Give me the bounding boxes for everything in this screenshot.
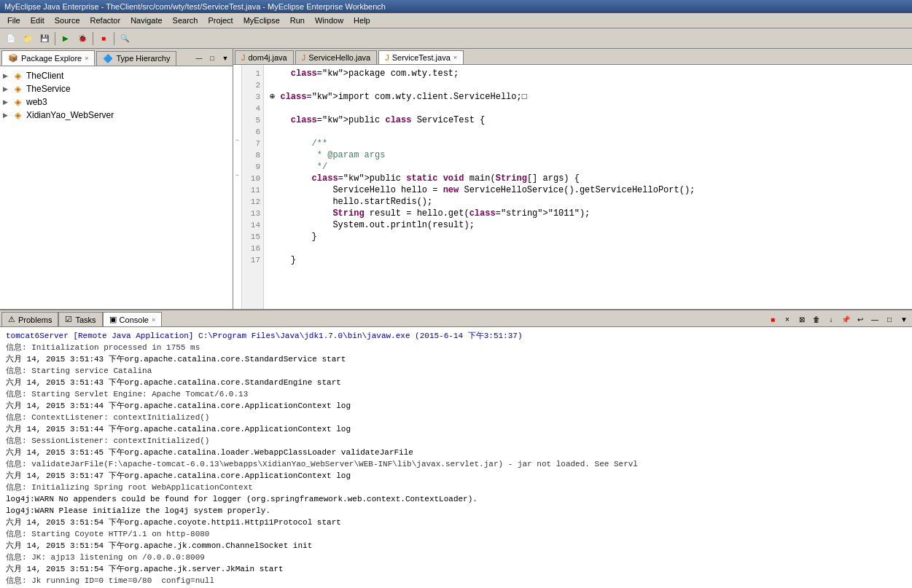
code-content[interactable]: class="kw">package com.wty.test;⊕ class=… — [264, 65, 912, 309]
left-panel: 📦 Package Explore × 🔷 Type Hierarchy — □… — [0, 49, 233, 309]
code-line[interactable]: ServiceHello hello = new ServiceHelloSer… — [270, 184, 906, 196]
code-line[interactable]: hello.startRedis(); — [270, 196, 906, 208]
gutter-line — [233, 65, 241, 77]
code-line[interactable]: class="kw">public static void main(Strin… — [270, 173, 906, 184]
menu-edit[interactable]: Edit — [26, 15, 49, 26]
toolbar-btn-save[interactable]: 💾 — [36, 31, 52, 47]
gutter-line[interactable]: − — [233, 170, 241, 181]
tab-servicehello[interactable]: J ServiceHello.java — [295, 50, 377, 64]
console-stop-btn[interactable]: ■ — [766, 313, 779, 326]
tab-type-hierarchy[interactable]: 🔷 Type Hierarchy — [96, 51, 176, 66]
gutter-line — [233, 216, 241, 228]
toolbar-btn-open[interactable]: 📁 — [20, 31, 36, 47]
menu-window[interactable]: Window — [311, 15, 348, 26]
console-line: 六月 14, 2015 3:51:54 下午org.apache.jk.comm… — [6, 540, 906, 552]
content-area: 📦 Package Explore × 🔷 Type Hierarchy — □… — [0, 49, 912, 309]
code-line[interactable]: String result = hello.get(class="string"… — [270, 208, 906, 219]
sh-label: ServiceHello.java — [308, 53, 370, 62]
toolbar-btn-run[interactable]: ▶ — [58, 31, 74, 47]
code-line[interactable]: class="kw">public class ServiceTest { — [270, 114, 906, 126]
console-content[interactable]: tomcat6Server [Remote Java Application] … — [0, 327, 912, 588]
code-line[interactable]: * @param args — [270, 149, 906, 161]
toolbar-btn-stop[interactable]: ■ — [96, 31, 112, 47]
code-line[interactable] — [270, 79, 906, 91]
console-icon: ▣ — [109, 315, 117, 324]
tab-dom4j[interactable]: J dom4j.java — [235, 50, 294, 64]
menu-source[interactable]: Source — [50, 15, 85, 26]
console-line: 信息: Starting service Catalina — [6, 365, 906, 377]
console-header-line: tomcat6Server [Remote Java Application] … — [6, 330, 906, 342]
tree-label: TheClient — [26, 71, 63, 81]
line-number: 17 — [245, 254, 260, 266]
code-line[interactable] — [270, 243, 906, 254]
tab-console[interactable]: ▣ Console × — [103, 312, 163, 326]
console-minimize-btn[interactable]: — — [868, 313, 881, 326]
tree-item-theservice[interactable]: ▶ ◈ TheService — [0, 82, 233, 95]
code-line[interactable] — [270, 103, 906, 114]
code-line[interactable]: class="kw">package com.wty.test; — [270, 68, 906, 79]
console-scroll-btn[interactable]: ↓ — [825, 313, 838, 326]
st-close[interactable]: × — [453, 54, 457, 61]
toolbar-sep-3 — [114, 32, 114, 45]
toolbar-btn-debug[interactable]: 🐞 — [74, 31, 90, 47]
tree-item-theclient[interactable]: ▶ ◈ TheClient — [0, 69, 233, 82]
tab-problems[interactable]: ⚠ Problems — [1, 312, 58, 326]
menu-search[interactable]: Search — [168, 15, 203, 26]
line-number: 3 — [245, 91, 260, 103]
console-close-btn[interactable]: × — [781, 313, 794, 326]
code-line[interactable]: System.out.println(result); — [270, 219, 906, 231]
minimize-left-btn[interactable]: — — [193, 52, 205, 64]
line-number: 9 — [245, 161, 260, 173]
console-close[interactable]: × — [152, 316, 155, 324]
sh-icon: J — [302, 53, 306, 62]
menu-run[interactable]: Run — [286, 15, 309, 26]
code-line[interactable]: */ — [270, 161, 906, 173]
line-numbers: 1234567891011121314151617 — [242, 65, 264, 309]
console-maximize-btn[interactable]: □ — [883, 313, 896, 326]
st-label: ServiceTest.java — [392, 53, 451, 62]
console-menu-btn[interactable]: ▼ — [897, 313, 911, 326]
console-terminate-btn[interactable]: ⊠ — [795, 313, 808, 326]
menu-help[interactable]: Help — [349, 15, 375, 26]
line-number: 6 — [245, 126, 260, 138]
left-menu-btn[interactable]: ▼ — [219, 52, 231, 64]
pkg-close[interactable]: × — [85, 55, 88, 62]
title-text: MyEclipse Java Enterprise - TheClient/sr… — [4, 2, 386, 11]
tab-package-explorer[interactable]: 📦 Package Explore × — [1, 50, 95, 66]
toolbar-btn-search[interactable]: 🔍 — [117, 31, 133, 47]
code-line[interactable]: } — [270, 231, 906, 243]
dom4j-icon: J — [241, 53, 246, 62]
console-pin-btn[interactable]: 📌 — [839, 313, 852, 326]
gutter-line — [233, 251, 241, 263]
console-line: log4j:WARN Please initialize the log4j s… — [6, 505, 906, 517]
tab-tasks[interactable]: ☑ Tasks — [58, 312, 102, 326]
gutter-line[interactable]: − — [233, 135, 241, 146]
menu-navigate[interactable]: Navigate — [126, 15, 166, 26]
maximize-left-btn[interactable]: □ — [206, 52, 218, 64]
console-line: 六月 14, 2015 3:51:45 下午org.apache.catalin… — [6, 447, 906, 458]
line-number: 15 — [245, 231, 260, 243]
menu-project[interactable]: Project — [203, 15, 237, 26]
gutter-line — [233, 88, 241, 100]
console-clear-btn[interactable]: 🗑 — [810, 313, 823, 326]
code-line[interactable]: /** — [270, 138, 906, 149]
menu-file[interactable]: File — [3, 15, 25, 26]
line-number: 2 — [245, 79, 260, 91]
code-line[interactable]: ⊕ class="kw">import com.wty.client.Servi… — [270, 91, 906, 103]
toolbar: 📄 📁 💾 ▶ 🐞 ■ 🔍 — [0, 28, 912, 49]
pkg-label: Package Explore — [21, 54, 82, 63]
console-line: log4j:WARN No appenders could be found f… — [6, 493, 906, 505]
console-wrap-btn[interactable]: ↩ — [854, 313, 867, 326]
toolbar-btn-new[interactable]: 📄 — [3, 31, 19, 47]
line-number: 8 — [245, 149, 260, 161]
console-line: 信息: validateJarFile(F:\apache-tomcat-6.0… — [6, 458, 906, 470]
code-editor[interactable]: −− 1234567891011121314151617 class="kw">… — [233, 65, 912, 309]
menu-refactor[interactable]: Refactor — [86, 15, 125, 26]
code-line[interactable]: } — [270, 254, 906, 266]
tree-item-web3[interactable]: ▶ ◈ web3 — [0, 95, 233, 109]
tab-servicetest[interactable]: J ServiceTest.java × — [378, 50, 464, 64]
tree-item-xidianyao_webserver[interactable]: ▶ ◈ XidianYao_WebServer — [0, 109, 233, 122]
code-line[interactable] — [270, 126, 906, 138]
console-line: 信息: Starting Coyote HTTP/1.1 on http-808… — [6, 528, 906, 540]
menu-myeclipse[interactable]: MyEclipse — [239, 15, 284, 26]
